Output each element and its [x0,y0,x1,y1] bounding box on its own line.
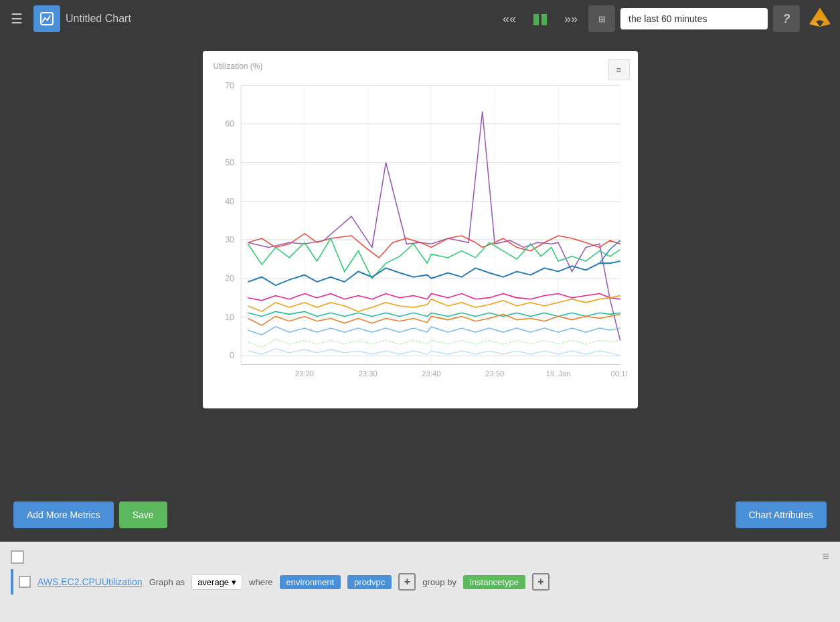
chart-attributes-button[interactable]: Chart Attributes [736,501,827,528]
header: ☰ Untitled Chart «« ▮▮ »» ⊞ ? [0,0,840,37]
time-range-input[interactable] [620,8,768,29]
aggregation-value: average [197,577,229,587]
graph-as-label: Graph as [149,577,185,587]
chart-menu-icon: ≡ [616,65,622,75]
svg-text:19. Jan: 19. Jan [545,370,570,378]
help-button[interactable]: ? [773,5,800,32]
metrics-panel: ≡ AWS.EC2.CPUUtilization Graph as averag… [0,542,840,622]
chart-area: 70 60 50 40 30 20 10 0 23:20 23:30 23:40… [214,76,627,398]
toolbar-center: «« ▮▮ »» ⊞ ? [497,4,835,33]
main-area: Utilization (%) ≡ [0,37,840,488]
svg-text:23:20: 23:20 [295,370,313,378]
svg-text:23:30: 23:30 [358,370,377,378]
add-metrics-button[interactable]: Add More Metrics [13,501,114,528]
svg-text:10: 10 [225,313,234,322]
group-by-value-tag[interactable]: instancetype [463,575,525,589]
chart-container: Utilization (%) ≡ [203,51,638,408]
svg-text:23:40: 23:40 [422,370,440,378]
metric-name[interactable]: AWS.EC2.CPUUtilization [37,576,143,587]
chart-svg: 70 60 50 40 30 20 10 0 23:20 23:30 23:40… [214,76,627,398]
brand-logo [805,4,835,33]
svg-text:70: 70 [225,81,234,90]
save-button[interactable]: Save [119,501,167,528]
y-axis-label: Utilization (%) [214,62,627,71]
select-all-checkbox[interactable] [11,550,24,564]
svg-text:60: 60 [225,119,234,129]
grid-icon: ⊞ [598,14,606,24]
help-icon: ? [783,12,790,26]
metrics-row-header: ≡ [11,550,829,564]
svg-text:20: 20 [225,274,234,283]
brand-icon [807,5,833,32]
pause-icon: ▮▮ [532,10,548,27]
svg-text:30: 30 [225,235,234,244]
where-label: where [249,577,272,587]
svg-text:23:50: 23:50 [485,370,504,378]
svg-text:00:10: 00:10 [610,370,626,378]
nav-back-icon: «« [503,12,516,25]
add-group-button[interactable]: + [532,573,550,591]
svg-text:50: 50 [225,158,234,167]
metrics-menu-icon[interactable]: ≡ [822,550,829,564]
svg-text:0: 0 [230,351,234,360]
svg-text:40: 40 [225,197,234,206]
grid-button[interactable]: ⊞ [588,5,615,32]
nav-forward-button[interactable]: »» [559,9,583,29]
metric-checkbox[interactable] [19,576,31,588]
filter-value-tag[interactable]: prodvpc [347,575,392,589]
add-filter-button[interactable]: + [398,573,416,591]
chart-title: Untitled Chart [66,13,492,25]
aggregation-dropdown[interactable]: average ▾ [191,574,242,590]
pause-button[interactable]: ▮▮ [527,7,554,30]
dropdown-arrow-icon: ▾ [232,577,236,587]
metric-row: AWS.EC2.CPUUtilization Graph as average … [11,569,829,595]
group-by-label: group by [422,577,456,587]
bottom-bar: Add More Metrics Save Chart Attributes [0,488,840,542]
logo-button[interactable] [33,5,60,32]
logo-icon [39,11,54,26]
filter-key-tag[interactable]: environment [280,575,341,589]
nav-back-button[interactable]: «« [497,9,521,29]
hamburger-button[interactable]: ☰ [5,8,28,29]
nav-forward-icon: »» [564,12,578,25]
chart-menu-button[interactable]: ≡ [608,59,630,80]
